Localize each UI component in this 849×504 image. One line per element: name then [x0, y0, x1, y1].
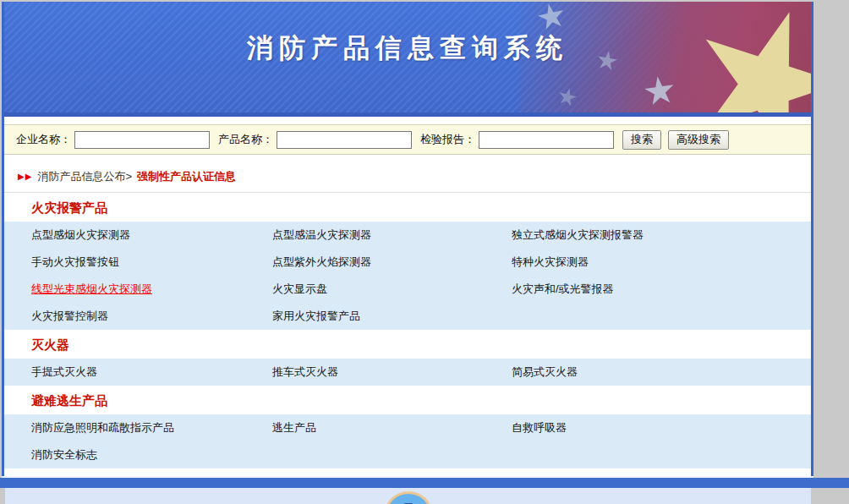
section-title: 灭火器	[4, 330, 811, 359]
product-name-label: 产品名称：	[218, 132, 273, 147]
spacer	[4, 155, 811, 161]
inspection-report-input[interactable]	[479, 131, 614, 149]
product-link[interactable]: 消防应急照明和疏散指示产品	[31, 420, 272, 436]
product-link[interactable]: 手动火灾报警按钮	[31, 255, 272, 270]
page: 消防产品信息查询系统 企业名称： 产品名称： 检验报告： 搜索 高级搜索 ▶▶ …	[0, 0, 849, 504]
category-section: 灭火器 手提式灭火器推车式灭火器简易式灭火器	[4, 330, 811, 386]
page-title: 消防产品信息查询系统	[4, 2, 811, 66]
search-bar: 企业名称： 产品名称： 检验报告： 搜索 高级搜索	[4, 124, 811, 155]
product-link[interactable]: 火灾声和/或光警报器	[512, 282, 811, 297]
advanced-search-button[interactable]: 高级搜索	[668, 130, 729, 150]
product-link[interactable]: 点型感烟火灾探测器	[31, 227, 272, 243]
breadcrumb-arrows-icon: ▶▶	[18, 172, 32, 181]
content-frame: 消防产品信息查询系统 企业名称： 产品名称： 检验报告： 搜索 高级搜索 ▶▶ …	[2, 2, 813, 476]
product-link[interactable]: 家用火灾报警产品	[272, 309, 512, 324]
product-link[interactable]: 点型感温火灾探测器	[272, 227, 512, 243]
breadcrumb: ▶▶ 消防产品信息公布> 强制性产品认证信息	[4, 161, 811, 193]
product-link[interactable]: 火灾显示盘	[272, 282, 512, 297]
company-name-field: 企业名称：	[16, 131, 218, 149]
breadcrumb-root-link[interactable]: 消防产品信息公布>	[37, 169, 132, 184]
flag-small-star-icon	[556, 86, 579, 109]
product-link[interactable]: 逃生产品	[272, 420, 512, 436]
category-section: 火灾报警产品 点型感烟火灾探测器点型感温火灾探测器独立式感烟火灾探测报警器手动火…	[4, 193, 811, 330]
search-button[interactable]: 搜索	[622, 130, 661, 150]
flag-small-star-icon	[643, 74, 677, 109]
product-link[interactable]: 消防安全标志	[31, 447, 272, 463]
breadcrumb-current: 强制性产品认证信息	[137, 169, 236, 184]
security-badge-icon	[385, 491, 432, 504]
section-title: 避难逃生产品	[4, 386, 811, 414]
product-link[interactable]: 线型光束感烟火灾探测器	[31, 282, 272, 297]
product-link[interactable]: 手提式灭火器	[31, 364, 272, 380]
product-link[interactable]: 火灾报警控制器	[31, 309, 272, 324]
spacer	[4, 117, 811, 124]
product-link[interactable]: 独立式感烟火灾探测报警器	[512, 227, 811, 243]
product-link[interactable]: 自救呼吸器	[512, 420, 811, 436]
section-items: 手提式灭火器推车式灭火器简易式灭火器	[4, 359, 811, 386]
section-items: 点型感烟火灾探测器点型感温火灾探测器独立式感烟火灾探测报警器手动火灾报警按钮点型…	[4, 222, 811, 330]
company-name-input[interactable]	[74, 131, 210, 149]
product-link[interactable]: 特种火灾探测器	[512, 255, 811, 270]
inspection-report-field: 检验报告：	[420, 131, 622, 149]
category-section: 避难逃生产品 消防应急照明和疏散指示产品逃生产品自救呼吸器消防安全标志	[4, 386, 811, 468]
footer-divider	[0, 478, 849, 488]
banner: 消防产品信息查询系统	[4, 2, 811, 112]
company-name-label: 企业名称：	[16, 132, 71, 147]
product-link[interactable]: 简易式灭火器	[512, 364, 811, 380]
footer	[5, 488, 811, 504]
product-link[interactable]: 推车式灭火器	[272, 364, 512, 380]
product-name-field: 产品名称：	[218, 131, 420, 149]
section-items: 消防应急照明和疏散指示产品逃生产品自救呼吸器消防安全标志	[4, 414, 811, 468]
product-name-input[interactable]	[277, 131, 412, 149]
category-sections: 火灾报警产品 点型感烟火灾探测器点型感温火灾探测器独立式感烟火灾探测报警器手动火…	[4, 193, 811, 476]
inspection-report-label: 检验报告：	[420, 132, 475, 147]
product-link[interactable]: 点型紫外火焰探测器	[272, 255, 512, 270]
section-title: 火灾报警产品	[4, 193, 811, 222]
